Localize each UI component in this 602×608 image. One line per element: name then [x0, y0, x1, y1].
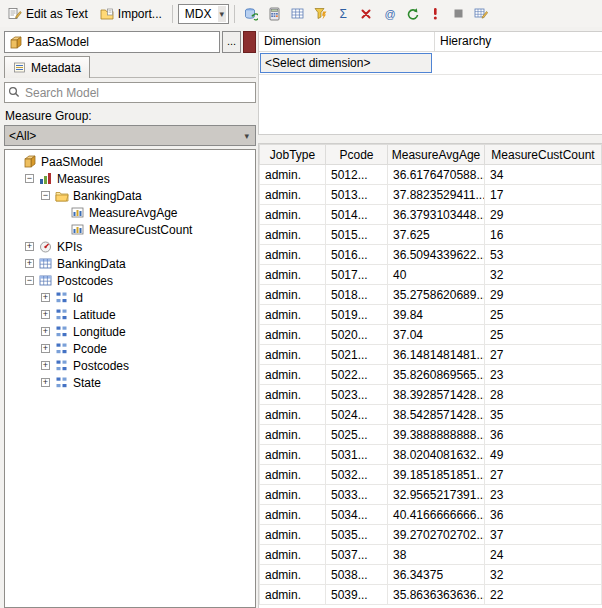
cell[interactable]: 35 [485, 405, 602, 425]
cell[interactable]: admin. [260, 525, 326, 545]
cell[interactable]: admin. [260, 405, 326, 425]
cell[interactable]: 5020... [326, 325, 388, 345]
cell[interactable]: 5033... [326, 485, 388, 505]
cell[interactable]: 28 [485, 385, 602, 405]
cell[interactable]: 37.8823529411... [388, 185, 485, 205]
cell[interactable]: 5031... [326, 445, 388, 465]
cell[interactable]: 25 [485, 305, 602, 325]
cell[interactable]: 5021... [326, 345, 388, 365]
collapse-icon[interactable]: − [25, 174, 34, 183]
expand-icon[interactable]: + [41, 327, 50, 336]
cell[interactable]: 5039... [326, 585, 388, 605]
search-input[interactable] [4, 82, 256, 103]
import-button[interactable]: Import... [95, 4, 167, 24]
select-dimension-cell[interactable]: <Select dimension> [260, 53, 432, 73]
tree-item-measures[interactable]: −Measures [7, 170, 255, 187]
cell[interactable]: admin. [260, 385, 326, 405]
cell[interactable]: 23 [485, 365, 602, 385]
cell[interactable]: 5019... [326, 305, 388, 325]
cell[interactable]: admin. [260, 185, 326, 205]
cell[interactable]: admin. [260, 565, 326, 585]
expand-icon[interactable]: + [25, 242, 34, 251]
cell[interactable]: 36.1481481481... [388, 345, 485, 365]
cell[interactable]: 5024... [326, 405, 388, 425]
table-row[interactable]: admin.5012...36.6176470588...34 [260, 165, 602, 185]
cell[interactable]: 35.8260869565... [388, 365, 485, 385]
cell[interactable]: admin. [260, 445, 326, 465]
cell[interactable]: 5032... [326, 465, 388, 485]
cell[interactable]: 37 [485, 525, 602, 545]
table-row[interactable]: admin.5017...4032 [260, 265, 602, 285]
column-header-pcode[interactable]: Pcode [326, 145, 388, 165]
cell[interactable]: 39.1851851851... [388, 465, 485, 485]
tree-item-measureavgage[interactable]: MeasureAvgAge [7, 204, 255, 221]
cell[interactable]: admin. [260, 545, 326, 565]
table-row[interactable]: admin.5015...37.62516 [260, 225, 602, 245]
show-empty-cells-button[interactable] [286, 3, 308, 25]
cell[interactable]: 36.34375 [388, 565, 485, 585]
cell[interactable]: 5016... [326, 245, 388, 265]
tree-item-longitude[interactable]: +Longitude [7, 323, 255, 340]
cell[interactable]: 36.6176470588... [388, 165, 485, 185]
cell[interactable]: admin. [260, 165, 326, 185]
tab-metadata[interactable]: Metadata [4, 56, 90, 78]
collapse-icon[interactable]: − [41, 191, 50, 200]
table-row[interactable]: admin.5038...36.3437532 [260, 565, 602, 585]
cell[interactable]: 5012... [326, 165, 388, 185]
tree-item-pcode[interactable]: +Pcode [7, 340, 255, 357]
cell[interactable]: 5025... [326, 425, 388, 445]
tree-item-postcodes[interactable]: −Postcodes [7, 272, 255, 289]
filter-column-header-dimension[interactable]: Dimension [259, 32, 435, 52]
tree-item-paasmodel[interactable]: PaaSModel [7, 153, 255, 170]
table-row[interactable]: admin.5018...35.2758620689...29 [260, 285, 602, 305]
cell[interactable]: 5015... [326, 225, 388, 245]
cell[interactable]: 5017... [326, 265, 388, 285]
cell[interactable]: admin. [260, 305, 326, 325]
cell[interactable]: admin. [260, 585, 326, 605]
table-row[interactable]: admin.5019...39.8425 [260, 305, 602, 325]
cell[interactable]: 22 [485, 585, 602, 605]
table-row[interactable]: admin.5023...38.3928571428...28 [260, 385, 602, 405]
cell[interactable]: 35.2758620689... [388, 285, 485, 305]
table-row[interactable]: admin.5037...3824 [260, 545, 602, 565]
cell[interactable]: admin. [260, 265, 326, 285]
expand-icon[interactable]: + [41, 344, 50, 353]
cell[interactable]: 32 [485, 265, 602, 285]
tree-item-bankingdata[interactable]: −BankingData [7, 187, 255, 204]
cell[interactable]: 36.3793103448... [388, 205, 485, 225]
cell[interactable]: 23 [485, 485, 602, 505]
pane-handle-button[interactable] [243, 31, 256, 53]
cell[interactable]: 36 [485, 505, 602, 525]
cell[interactable]: 49 [485, 445, 602, 465]
cell[interactable]: 39.84 [388, 305, 485, 325]
browse-cube-button[interactable]: ... [222, 31, 241, 53]
tree-item-kpis[interactable]: +KPIs [7, 238, 255, 255]
table-row[interactable]: admin.5021...36.1481481481...27 [260, 345, 602, 365]
filter-column-header-hierarchy[interactable]: Hierarchy [435, 32, 602, 52]
expand-icon[interactable]: + [25, 259, 34, 268]
tree-item-postcodes[interactable]: +Postcodes [7, 357, 255, 374]
table-row[interactable]: admin.5035...39.2702702702...37 [260, 525, 602, 545]
cell[interactable]: 38.3928571428... [388, 385, 485, 405]
cell[interactable]: 5013... [326, 185, 388, 205]
expand-icon[interactable]: + [41, 378, 50, 387]
command-type-dropdown[interactable]: MDX ▾ [178, 4, 229, 24]
cell[interactable]: 34 [485, 165, 602, 185]
tree-item-measurecustcount[interactable]: MeasureCustCount [7, 221, 255, 238]
cell[interactable]: 53 [485, 245, 602, 265]
cell[interactable]: 5018... [326, 285, 388, 305]
show-aggregations-button[interactable]: Σ [332, 3, 354, 25]
cell[interactable]: 16 [485, 225, 602, 245]
execute-button[interactable] [424, 3, 446, 25]
delete-button[interactable] [355, 3, 377, 25]
cell[interactable]: admin. [260, 285, 326, 305]
collapse-icon[interactable]: − [25, 276, 34, 285]
expand-icon[interactable]: + [41, 310, 50, 319]
cell[interactable]: 17 [485, 185, 602, 205]
cell[interactable]: admin. [260, 225, 326, 245]
cell[interactable]: 29 [485, 285, 602, 305]
cell[interactable]: 5023... [326, 385, 388, 405]
table-row[interactable]: admin.5024...38.5428571428...35 [260, 405, 602, 425]
cell[interactable]: admin. [260, 485, 326, 505]
expand-icon[interactable]: + [41, 293, 50, 302]
